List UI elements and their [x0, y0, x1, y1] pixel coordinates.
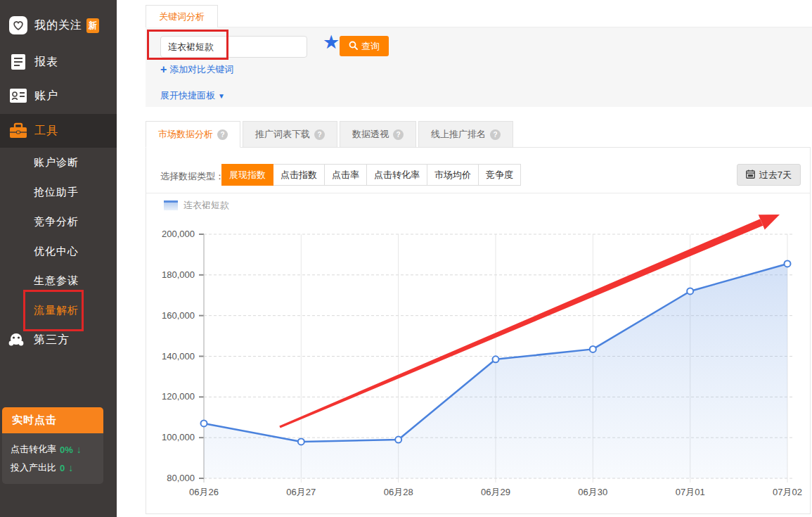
help-icon[interactable]: ?	[217, 129, 228, 140]
realtime-panel-body: 点击转化率 0% ↓ 投入产出比 0 ↓	[2, 433, 103, 484]
sidebar-subitem[interactable]: 抢位助手	[0, 177, 117, 207]
date-range-label: 过去7天	[759, 169, 792, 181]
sidebar-item-label: 报表	[34, 55, 58, 70]
tab-keyword-analysis[interactable]: 关键词分析	[146, 5, 218, 27]
realtime-row-ctr: 点击转化率 0% ↓	[11, 443, 103, 456]
report-icon	[9, 53, 27, 71]
expand-quick-panel-link[interactable]: 展开快捷面板 ▼	[160, 89, 225, 102]
svg-text:06月28: 06月28	[384, 487, 413, 497]
account-icon	[9, 87, 27, 105]
metric-label: 点击转化率	[11, 443, 56, 456]
sidebar-subitem[interactable]: 生意参谋	[0, 266, 117, 295]
legend-item[interactable]: 连衣裙短款	[164, 199, 229, 212]
sidebar-subitem[interactable]: 第三方	[0, 325, 117, 355]
keyword-panel: ★ 查询 + 添加对比关键词 展开快捷面板 ▼	[146, 27, 812, 107]
add-compare-label: 添加对比关键词	[169, 63, 233, 76]
datatype-button[interactable]: 点击转化率	[366, 164, 427, 186]
sidebar-subitem[interactable]: 优化中心	[0, 236, 117, 266]
trend-down-icon: ↓	[77, 444, 82, 455]
tab-label: 线上推广排名	[431, 128, 486, 141]
svg-text:07月01: 07月01	[676, 487, 705, 497]
sidebar-item-tools[interactable]: 工具	[0, 114, 117, 148]
app-root: 我的关注 新 报表 账户	[0, 0, 812, 517]
new-badge: 新	[86, 18, 99, 33]
datatype-button[interactable]: 点击指数	[273, 164, 325, 186]
sidebar-subitem-label: 竞争分析	[34, 215, 79, 229]
tab-inactive[interactable]: 线上推广排名?	[418, 121, 513, 148]
tab-label: 市场数据分析	[158, 128, 213, 141]
datatype-button[interactable]: 展现指数	[221, 164, 273, 186]
datatype-button[interactable]: 竞争度	[478, 164, 521, 186]
legend-swatch-icon	[164, 200, 178, 210]
sidebar-subitem-label: 第三方	[34, 333, 70, 347]
sidebar-subitem-label: 生意参谋	[34, 274, 79, 288]
keyword-input[interactable]	[160, 36, 307, 58]
tab-active[interactable]: 市场数据分析?	[146, 121, 240, 148]
search-icon	[349, 41, 358, 52]
sidebar-item-label: 我的关注	[34, 18, 82, 33]
market-data-panel: 选择数据类型： 展现指数点击指数点击率点击转化率市场均价竞争度 过去7天 连衣裙…	[146, 147, 811, 514]
sidebar-item-label: 账户	[34, 89, 58, 103]
svg-text:80,000: 80,000	[167, 473, 195, 483]
svg-text:100,000: 100,000	[162, 432, 195, 442]
help-icon[interactable]: ?	[490, 129, 501, 140]
svg-text:140,000: 140,000	[162, 351, 195, 362]
sidebar-subitem-label: 抢位助手	[34, 186, 79, 199]
sidebar-subitem[interactable]: 流量解析	[0, 295, 117, 325]
calendar-icon	[746, 170, 755, 181]
realtime-panel-title: 实时点击	[2, 407, 103, 433]
add-compare-keyword-link[interactable]: + 添加对比关键词	[160, 63, 233, 76]
sidebar-subitem-label: 账户诊断	[34, 156, 79, 170]
datatype-label: 选择数据类型：	[160, 170, 224, 183]
trend-down-icon: ↓	[68, 462, 73, 473]
sidebar-subitem-label: 优化中心	[34, 245, 79, 258]
svg-text:06月29: 06月29	[481, 487, 510, 497]
tools-submenu: 账户诊断抢位助手竞争分析优化中心生意参谋流量解析第三方	[0, 148, 117, 355]
svg-text:07月02: 07月02	[773, 487, 802, 497]
section-tabs: 市场数据分析?推广词表下载?数据透视?线上推广排名?	[146, 121, 513, 148]
query-button[interactable]: 查询	[340, 36, 389, 56]
help-icon[interactable]: ?	[393, 129, 404, 140]
tab-label: 数据透视	[352, 128, 389, 141]
svg-text:200,000: 200,000	[162, 229, 195, 239]
tab-inactive[interactable]: 推广词表下载?	[243, 121, 337, 148]
help-icon[interactable]: ?	[314, 129, 325, 140]
svg-text:06月30: 06月30	[578, 487, 607, 497]
sidebar-item-my-follow[interactable]: 我的关注 新	[0, 11, 117, 39]
svg-text:06月26: 06月26	[189, 487, 219, 497]
datatype-button[interactable]: 点击率	[324, 164, 367, 186]
sidebar-subitem[interactable]: 竞争分析	[0, 207, 117, 236]
expand-panel-label: 展开快捷面板	[160, 89, 215, 102]
sidebar-item-reports[interactable]: 报表	[0, 48, 117, 76]
query-button-label: 查询	[361, 40, 380, 53]
metric-label: 投入产出比	[11, 461, 56, 474]
sidebar-subitem-label: 流量解析	[34, 304, 79, 317]
divider	[146, 193, 810, 193]
realtime-click-panel: 实时点击 点击转化率 0% ↓ 投入产出比 0 ↓	[2, 407, 103, 484]
date-range-button[interactable]: 过去7天	[737, 164, 801, 186]
tab-inactive[interactable]: 数据透视?	[340, 121, 416, 148]
metric-value: 0	[60, 463, 65, 473]
realtime-row-roi: 投入产出比 0 ↓	[11, 461, 103, 474]
svg-text:180,000: 180,000	[162, 269, 195, 280]
svg-text:120,000: 120,000	[162, 391, 195, 402]
third-party-icon	[7, 331, 25, 348]
heart-icon	[9, 16, 27, 34]
sidebar-subitem[interactable]: 账户诊断	[0, 148, 117, 177]
plus-icon: +	[160, 63, 167, 76]
sidebar-item-label: 工具	[34, 124, 58, 139]
caret-down-icon: ▼	[218, 92, 225, 100]
legend-label: 连衣裙短款	[183, 199, 229, 212]
line-chart: 200,000180,000160,000140,000120,000100,0…	[146, 212, 811, 514]
datatype-button[interactable]: 市场均价	[427, 164, 479, 186]
svg-text:160,000: 160,000	[162, 310, 195, 321]
trend-arrow-annotation	[759, 215, 780, 230]
sidebar: 我的关注 新 报表 账户	[0, 0, 117, 517]
tab-label: 推广词表下载	[255, 128, 310, 141]
metric-value: 0%	[60, 445, 73, 455]
svg-text:06月27: 06月27	[286, 487, 316, 497]
sidebar-item-account[interactable]: 账户	[0, 82, 117, 110]
favorite-star-icon[interactable]: ★	[323, 33, 340, 52]
datatype-button-group: 展现指数点击指数点击率点击转化率市场均价竞争度	[222, 164, 521, 186]
briefcase-icon	[9, 122, 27, 140]
